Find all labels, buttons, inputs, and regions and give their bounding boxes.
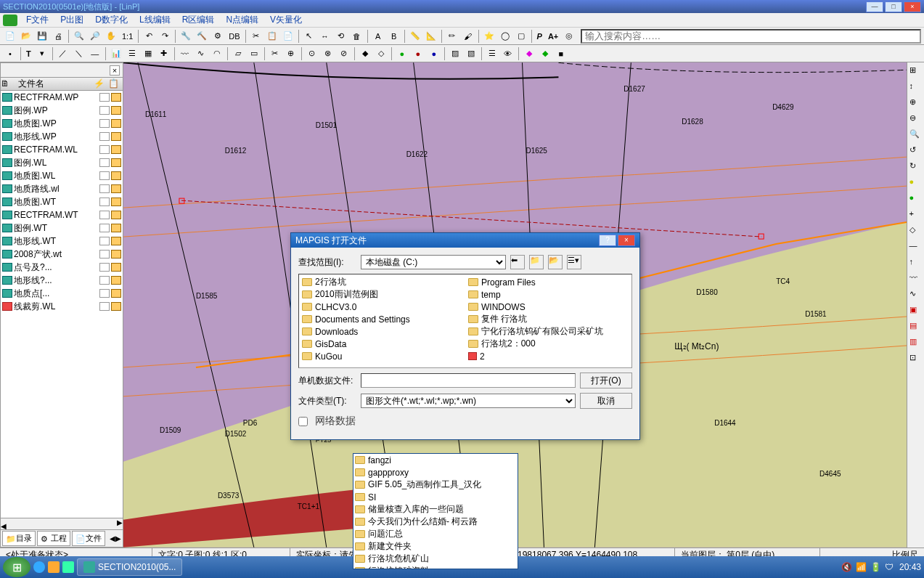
dropdown-item[interactable]: SI [353, 491, 518, 503]
file-row[interactable]: 地质路线.wl [1, 182, 123, 195]
rtool-8-icon[interactable]: — [909, 241, 923, 254]
browser-folder[interactable]: 复件 行洛坑 [467, 313, 630, 325]
filename-input[interactable] [361, 373, 576, 388]
snap1-icon[interactable]: ⊙ [305, 46, 319, 61]
new-icon[interactable]: 📄 [3, 29, 17, 44]
menu-line-edit[interactable]: L线编辑 [134, 12, 176, 28]
file-row[interactable]: 图例.WT [1, 221, 123, 235]
file-row[interactable]: 点号及?... [1, 261, 123, 274]
cancel-button[interactable]: 取消 [580, 393, 632, 409]
green1-icon[interactable]: ● [395, 46, 409, 61]
pan-icon[interactable]: ✋ [104, 29, 118, 44]
red1-icon[interactable]: ● [411, 46, 425, 61]
p-label[interactable]: P [535, 32, 544, 41]
save-icon[interactable]: 💾 [35, 29, 49, 44]
tool-a-icon[interactable]: A [371, 29, 385, 44]
file-row[interactable]: 地形线?... [1, 274, 123, 287]
menu-digitize[interactable]: D数字化 [89, 12, 134, 28]
rtool-yellow-icon[interactable]: ● [909, 177, 923, 190]
blue1-icon[interactable]: ● [427, 46, 441, 61]
tray-icon-2[interactable]: 📶 [856, 562, 866, 572]
file-row[interactable]: 地形线.WT [1, 235, 123, 248]
redo-icon[interactable]: ↷ [158, 29, 172, 44]
zoom-out-icon[interactable]: 🔎 [88, 29, 102, 44]
file-row[interactable]: RECTFRAM.WL [1, 143, 123, 156]
aplus-label[interactable]: A+ [546, 32, 560, 41]
file-row[interactable]: 图例.WL [1, 156, 123, 169]
filetype-select[interactable]: 图形文件(*.wt;*.wl;*.wp;*.wn) [361, 394, 576, 408]
rtool-green-icon[interactable]: ● [909, 193, 923, 206]
dropdown-item[interactable]: 行洛坑钨矿资料 [353, 565, 518, 569]
tray-icon-4[interactable]: 🛡 [885, 562, 895, 572]
copy-icon[interactable]: 📋 [265, 29, 279, 44]
snap3-icon[interactable]: ⊘ [337, 46, 351, 61]
panel-close-button[interactable]: × [110, 65, 120, 76]
line3-icon[interactable]: — [88, 46, 102, 61]
t-label[interactable]: T [24, 49, 33, 58]
menu-region-edit[interactable]: R区编辑 [176, 12, 221, 28]
move-icon[interactable]: ↔ [318, 29, 332, 44]
browser-folder[interactable]: temp [467, 288, 630, 301]
snap2-icon[interactable]: ⊗ [321, 46, 335, 61]
menu-point-edit[interactable]: N点编辑 [220, 12, 264, 28]
system-tray[interactable]: 🔇 📶 🔋 🛡 20:43 [841, 562, 921, 572]
zoom-icon[interactable]: 🔍 [72, 29, 86, 44]
file-list[interactable]: RECTFRAM.WP 图例.WP 地质图.WP 地形线.WP RECTFRAM… [1, 91, 123, 518]
measure-icon[interactable]: 📏 [408, 29, 422, 44]
grid-icon[interactable]: ▦ [141, 46, 155, 61]
rtool-9-icon[interactable]: ↑ [909, 257, 923, 270]
close-button[interactable]: × [904, 1, 921, 12]
target-icon[interactable]: ◎ [562, 29, 576, 44]
tray-icon-1[interactable]: 🔇 [841, 562, 851, 572]
print-icon[interactable]: 🖨 [51, 29, 65, 44]
rtool-5-icon[interactable]: 🔍 [909, 129, 923, 142]
green2-icon[interactable]: ◆ [538, 46, 552, 61]
open-icon[interactable]: 📂 [19, 29, 33, 44]
db-label[interactable]: DB [226, 32, 242, 41]
menu-print[interactable]: P出图 [54, 12, 89, 28]
curve1-icon[interactable]: 〰 [178, 46, 192, 61]
file-row[interactable]: 地质图.WT [1, 195, 123, 208]
file-row[interactable]: 地质图.WL [1, 169, 123, 182]
menu-vectorize[interactable]: V矢量化 [264, 12, 308, 28]
fill1-icon[interactable]: ▨ [448, 46, 462, 61]
panel-scrollbar[interactable]: ◀▶ [1, 518, 123, 529]
tool-b-icon[interactable]: B [387, 29, 401, 44]
delete-icon[interactable]: 🗑 [350, 29, 364, 44]
cross-icon[interactable]: ✚ [157, 46, 171, 61]
rtool-1-icon[interactable]: ⊞ [909, 65, 923, 78]
pencil-icon[interactable]: ✏ [445, 29, 459, 44]
wrench-icon[interactable]: ⚙ [210, 29, 225, 44]
rtool-plus-icon[interactable]: + [909, 209, 923, 222]
browser-folder[interactable]: CLHCV3.0 [300, 301, 464, 313]
file-row[interactable]: 地质点[... [1, 287, 123, 300]
browser-folder[interactable]: 2行洛坑 [300, 276, 464, 288]
tray-clock[interactable]: 20:43 [899, 562, 921, 572]
cut-icon[interactable]: ✂ [249, 29, 263, 44]
rtool-red2-icon[interactable]: ▤ [909, 321, 923, 334]
taskbar-app-button[interactable]: SECTION2010(05... [77, 558, 182, 576]
join-icon[interactable]: ⊕ [284, 46, 298, 61]
dropdown-item[interactable]: 行洛坑危机矿山 [353, 553, 518, 565]
browser-folder[interactable]: Program Files [467, 276, 630, 288]
file-row[interactable]: 线裁剪.WL [1, 300, 123, 313]
eye-icon[interactable]: 👁 [501, 46, 515, 61]
browser-folder[interactable]: 宁化行洛坑钨矿有限公司采矿坑 [467, 325, 630, 338]
hammer-icon[interactable]: 🔨 [195, 29, 209, 44]
lookin-select[interactable]: 本地磁盘 (C:) [361, 255, 506, 269]
browser-file[interactable]: 2 [467, 350, 630, 362]
nav-new-icon[interactable]: 📂 [548, 255, 563, 269]
nav-back-icon[interactable]: ⬅ [510, 255, 525, 269]
taskbar-app-icon[interactable] [48, 561, 60, 573]
ratio-label[interactable]: 1:1 [120, 32, 135, 41]
folder-dropdown[interactable]: fangzigappproxyGIF 5.05_动画制作工具_汉化SI储量核查入… [353, 453, 518, 569]
brush-icon[interactable]: 🖌 [461, 29, 475, 44]
rtool-12-icon[interactable]: ⊡ [909, 353, 923, 366]
rtool-11-icon[interactable]: ∿ [909, 289, 923, 302]
fill2-icon[interactable]: ▧ [464, 46, 478, 61]
browser-folder[interactable]: 2010雨训范例图 [300, 288, 464, 301]
square-icon[interactable]: ▢ [514, 29, 528, 44]
minimize-button[interactable]: — [866, 1, 883, 12]
search-input[interactable] [581, 29, 921, 44]
file-row[interactable]: RECTFRAM.WT [1, 208, 123, 221]
